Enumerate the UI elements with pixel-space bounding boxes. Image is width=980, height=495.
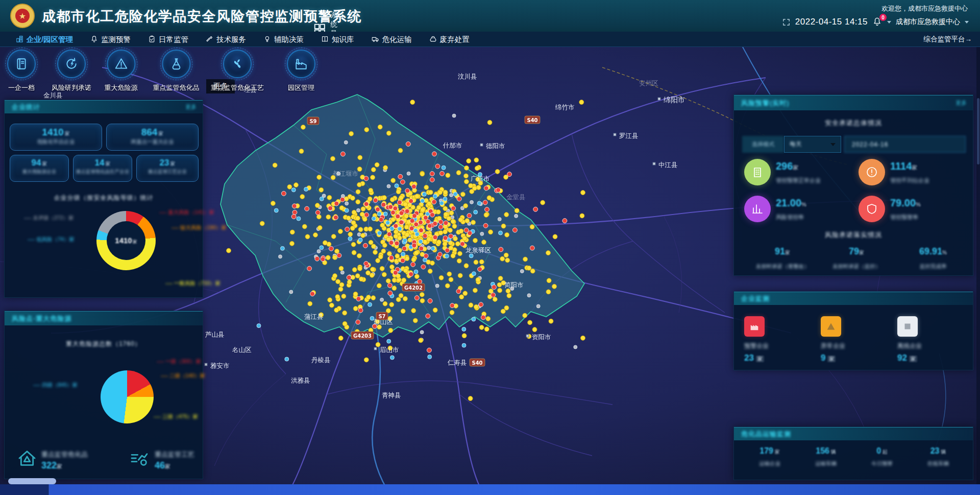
panel-header: 风险点-重大危险源 xyxy=(5,311,203,325)
control-stat-col: 69.91% 监控完成率 xyxy=(895,246,971,270)
nav-item-label: 监测预警 xyxy=(101,32,131,47)
transport-stat-label: 运输车辆 xyxy=(799,460,852,467)
warning-circle xyxy=(107,50,135,78)
stat-card[interactable]: 864家 两重点一重大企业 xyxy=(106,124,199,151)
bell-caret-icon[interactable] xyxy=(887,21,891,23)
emblem-icon: ★ xyxy=(15,9,30,23)
control-stat-label: 监控完成率 xyxy=(895,263,971,270)
fullscreen-icon[interactable] xyxy=(782,18,791,27)
quick-icon-1[interactable]: 风险研判承诺 xyxy=(52,50,91,92)
map-label: 金川县 xyxy=(43,91,63,99)
vertical-scroll-thumb[interactable] xyxy=(977,98,979,164)
control-section-title: 风险承诺落实情况 xyxy=(734,230,973,240)
map-label: 什邡市 xyxy=(443,142,462,149)
factory-circle xyxy=(287,50,315,78)
pie-legend-item: 一级（300）家 xyxy=(157,358,201,365)
chart-stat-circle xyxy=(744,196,771,222)
panel-header: 危化品运输监测 xyxy=(734,427,973,440)
panel-title: 企业统计 xyxy=(5,103,40,112)
stat-card[interactable]: 1410家 危险化学品企业 xyxy=(10,124,102,151)
fan-circle xyxy=(223,50,252,78)
map-label: 安州区 xyxy=(639,79,658,87)
monitor-item-label: 预警企业 xyxy=(744,342,769,350)
nav-item-3[interactable]: 技术服务 xyxy=(197,32,255,47)
panel-more-link[interactable]: 更多 xyxy=(185,103,197,111)
control-stat-value: 79家 xyxy=(818,246,895,257)
control-stat-col: 79家 未按时承诺（监控） xyxy=(818,246,895,270)
filter-mode-dropdown[interactable]: 每天 xyxy=(784,136,841,153)
nav-item-7[interactable]: 废弃处置 xyxy=(421,32,478,47)
panel-title: 危化品运输监测 xyxy=(734,430,791,439)
quick-icon-2[interactable]: 重大危险源 xyxy=(105,50,138,92)
stat-card[interactable]: 23家 重点监管工艺企业 xyxy=(136,155,199,182)
nav-item-2[interactable]: 日常监管 xyxy=(139,32,197,47)
donut-legend-item: 重大风险（141）家 xyxy=(159,209,214,216)
nav-item-label: 企业/园区管理 xyxy=(27,32,73,47)
monitor-item-value: 23家 xyxy=(744,353,764,363)
monitor-square-1[interactable] xyxy=(821,316,841,337)
monitor-item-label: 离线企业 xyxy=(897,342,922,350)
bottom-scroll-thumb[interactable] xyxy=(8,478,56,484)
quick-icon-label: 重点监管危化品 xyxy=(153,83,200,92)
nav-item-6[interactable]: 危化运输 xyxy=(363,32,421,47)
donut-chart-title: 企业分级（按安全风险等级）统计 xyxy=(5,194,203,202)
bldg2-icon xyxy=(751,166,764,178)
app-logo: ★ xyxy=(10,4,35,28)
map-label: 资阳市 xyxy=(532,333,551,341)
top-header: ★ 成都市化工危险化学品安全风险管控监测预警系统 系统导航 欢迎您，成都市应急救… xyxy=(0,0,980,32)
quick-icon-3[interactable]: 重点监管危化品 xyxy=(153,50,200,92)
notification-bell[interactable]: 0 xyxy=(872,17,883,27)
monitor-square-2[interactable] xyxy=(897,316,918,337)
commitment-section-title: 安全承诺总体情况 xyxy=(734,119,973,128)
road-badge: S40 xyxy=(527,117,537,123)
stat-card[interactable]: 14家 重点监管危化品生产企业 xyxy=(73,155,132,182)
transport-stat-label: 运输企业 xyxy=(743,460,796,467)
nav-item-5[interactable]: 知识库 xyxy=(312,32,363,47)
map-label: 金堂县 xyxy=(506,193,526,201)
panel-more-link[interactable]: 更多 xyxy=(955,99,967,107)
quick-icon-label: 一企一档 xyxy=(7,83,36,92)
stat-card[interactable]: 94家 重大危险源企业 xyxy=(10,155,69,182)
map-label: 龙泉驿区 xyxy=(465,246,492,254)
nav-item-1[interactable]: 监测预警 xyxy=(82,32,139,47)
pie-legend-item: 四级（845）家 xyxy=(33,382,78,389)
platform-link[interactable]: 综合监管平台→ xyxy=(924,32,972,47)
quick-icon-5[interactable]: 园区管理 xyxy=(287,50,315,92)
wrench-icon xyxy=(206,35,213,43)
quick-icon-4[interactable]: 重点监管危化工艺 xyxy=(211,50,264,92)
panel-title: 风险预警(实时) xyxy=(734,99,790,108)
nav-item-label: 知识库 xyxy=(332,32,354,47)
quick-icon-0[interactable]: 一企一档 xyxy=(7,50,36,92)
map-label: 洪雅县 xyxy=(291,376,310,384)
quick-icon-label: 重点监管危化工艺 xyxy=(211,83,264,92)
monitor-square-0[interactable] xyxy=(744,316,765,337)
road-badge: S40 xyxy=(472,360,482,366)
user-caret-icon[interactable] xyxy=(965,21,969,23)
nav-item-4[interactable]: 辅助决策 xyxy=(255,32,312,47)
main-nav: 企业/园区管理监测预警日常监管技术服务辅助决策知识库危化运输废弃处置 综合监管平… xyxy=(0,32,980,47)
notification-badge: 0 xyxy=(879,13,887,21)
control-stat-value: 69.91% xyxy=(895,246,971,257)
header-toolbar: 2022-04-15 14:15 0 成都市应急救援中心 xyxy=(782,17,969,27)
panel-header: 企业监测 xyxy=(734,292,973,305)
bell-icon xyxy=(90,35,98,43)
warning-stat-value: 296家 xyxy=(776,160,798,172)
nav-item-0[interactable]: 企业/园区管理 xyxy=(7,32,82,47)
footer-item-label: 重点监管危化品 xyxy=(41,450,88,459)
warning-icon xyxy=(114,57,128,70)
user-menu[interactable]: 成都市应急救援中心 xyxy=(896,17,960,27)
transport-stat-value: 0 起 xyxy=(855,446,909,456)
map-label: 绵竹市 xyxy=(555,103,575,111)
map-label: 都江堰市 xyxy=(332,170,358,177)
nav-item-label: 辅助决策 xyxy=(274,32,304,47)
transport-stat-value: 23 辆 xyxy=(912,446,965,456)
donut-legend-item: 低风险（74）家 xyxy=(28,236,75,243)
transport-stat-label: 在线车辆 xyxy=(912,460,965,467)
shield-icon xyxy=(866,203,878,215)
warning-stat-value: 21.00% xyxy=(776,197,806,209)
process-icon-wrap xyxy=(129,448,150,468)
map-label: 德阳市 xyxy=(486,142,505,150)
stat-card-label: 两重点一重大企业 xyxy=(107,138,198,146)
transport-stat-label: 今日预警 xyxy=(855,460,909,467)
filter-date-input[interactable]: 2022-04-16 xyxy=(844,136,966,153)
